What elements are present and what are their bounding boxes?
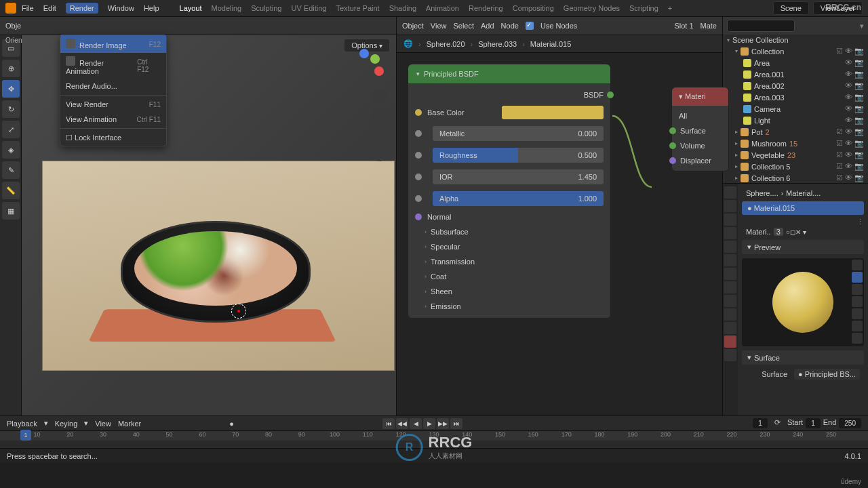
pan-icon[interactable] bbox=[372, 108, 387, 123]
tab-particles[interactable] bbox=[724, 281, 736, 293]
rotate-tool[interactable]: ↻ bbox=[2, 100, 20, 118]
mat-node-header[interactable]: ▾ Materi bbox=[672, 87, 728, 106]
tab-layout[interactable]: Layout bbox=[180, 4, 202, 12]
bsdf-output-socket[interactable] bbox=[607, 92, 614, 98]
preview-cloth-icon[interactable] bbox=[852, 321, 863, 331]
view-animation-item[interactable]: View AnimationCtrl F11 bbox=[60, 112, 166, 127]
ol-item[interactable]: Light👁 📷 bbox=[723, 115, 868, 126]
material-slot[interactable]: ● Material.015 bbox=[742, 201, 864, 215]
ol-item[interactable]: Camera👁 📷 bbox=[723, 103, 868, 115]
displace-socket[interactable] bbox=[669, 157, 676, 164]
tab-modeling[interactable]: Modeling bbox=[212, 4, 242, 12]
surface-header[interactable]: ▾ Surface bbox=[742, 350, 864, 365]
scene-selector[interactable]: Scene bbox=[773, 1, 809, 15]
ol-col-6[interactable]: ▸Collection 6☑ 👁 📷 bbox=[723, 172, 868, 183]
tab-material[interactable] bbox=[724, 336, 736, 348]
principled-bsdf-node[interactable]: ▾Principled BSDF BSDF Base Color Metalli… bbox=[408, 64, 611, 319]
grp-subsurface[interactable]: ›Subsurface bbox=[408, 224, 610, 239]
preview-header[interactable]: ▾ Preview bbox=[742, 240, 864, 254]
tab-compositing[interactable]: Compositing bbox=[513, 4, 554, 12]
volume-socket[interactable] bbox=[669, 142, 676, 149]
gizmo-y-icon[interactable] bbox=[370, 54, 380, 64]
ol-col-vegetable[interactable]: ▸Vegetable 23☑ 👁 📷 bbox=[723, 149, 868, 161]
metallic-socket[interactable] bbox=[415, 130, 422, 137]
menu-file[interactable]: File bbox=[22, 4, 34, 12]
tl-marker[interactable]: Marker bbox=[118, 420, 141, 428]
lock-interface-item[interactable]: ☐ Lock Interface bbox=[60, 130, 166, 146]
gizmo-z-icon[interactable] bbox=[359, 49, 369, 58]
jump-start-icon[interactable]: ⏮ bbox=[382, 418, 395, 429]
ol-col-pot[interactable]: ▸Pot 2☑ 👁 📷 bbox=[723, 126, 868, 138]
roughness-socket[interactable] bbox=[415, 152, 422, 159]
nt-add[interactable]: Add bbox=[481, 22, 494, 30]
tab-sculpting[interactable]: Sculpting bbox=[251, 4, 281, 12]
transform-tool[interactable]: ◈ bbox=[2, 141, 20, 159]
nt-view[interactable]: View bbox=[431, 22, 447, 30]
tab-viewlayer[interactable] bbox=[724, 214, 736, 226]
scale-tool[interactable]: ⤢ bbox=[2, 121, 20, 138]
preview-fluid-icon[interactable] bbox=[852, 333, 863, 344]
perspective-icon[interactable] bbox=[372, 146, 387, 161]
render-animation-item[interactable]: Render AnimationCtrl F12 bbox=[60, 53, 166, 79]
preview-flat-icon[interactable] bbox=[852, 260, 863, 270]
roughness-slider[interactable]: Roughness0.500 bbox=[433, 148, 604, 163]
keyframe-next-icon[interactable]: ▶▶ bbox=[437, 418, 449, 429]
tl-view[interactable]: View bbox=[95, 420, 111, 428]
measure-tool[interactable]: 📏 bbox=[2, 182, 20, 199]
grp-emission[interactable]: ›Emission bbox=[408, 299, 610, 314]
use-nodes-check[interactable] bbox=[526, 22, 534, 30]
tab-scripting[interactable]: Scripting bbox=[629, 4, 658, 12]
material-row[interactable]: Materi.. 3 ○◻✕ ▾ bbox=[742, 226, 864, 237]
start-frame[interactable]: 1 bbox=[806, 418, 821, 428]
ol-item[interactable]: Area.002👁 📷 bbox=[723, 80, 868, 92]
ol-collection[interactable]: ▾Collection☑ 👁 📷 bbox=[723, 45, 868, 57]
tab-texture[interactable]: Texture Paint bbox=[336, 4, 379, 12]
menu-edit[interactable]: Edit bbox=[43, 4, 56, 12]
tab-shading[interactable]: Shading bbox=[389, 4, 416, 12]
app-logo[interactable] bbox=[5, 3, 16, 14]
current-frame[interactable]: 1 bbox=[753, 418, 768, 428]
mode-select[interactable]: Obje bbox=[5, 22, 21, 30]
tl-playback[interactable]: Playback bbox=[7, 420, 37, 428]
base-color-swatch[interactable] bbox=[502, 106, 604, 119]
preview-hair-icon[interactable] bbox=[852, 296, 863, 307]
grp-sheen[interactable]: ›Sheen bbox=[408, 284, 610, 299]
tab-data[interactable] bbox=[724, 322, 736, 334]
play-icon[interactable]: ▶ bbox=[423, 418, 435, 429]
annotate-tool[interactable]: ✎ bbox=[2, 161, 20, 179]
surface-socket[interactable] bbox=[669, 127, 676, 134]
surface-prop[interactable]: Surface● Principled BS... bbox=[742, 367, 864, 381]
outliner-search[interactable] bbox=[727, 20, 795, 32]
tab-constraints[interactable] bbox=[724, 308, 736, 321]
menu-help[interactable]: Help bbox=[144, 4, 159, 12]
node-editor[interactable]: ▾Principled BSDF BSDF Base Color Metalli… bbox=[397, 53, 722, 415]
mat-all[interactable]: All bbox=[672, 108, 728, 123]
play-rev-icon[interactable]: ◀ bbox=[410, 418, 422, 429]
ol-item[interactable]: Area👁 📷 bbox=[723, 57, 868, 68]
metallic-slider[interactable]: Metallic0.000 bbox=[433, 126, 604, 141]
ol-item[interactable]: Area.001👁 📷 bbox=[723, 68, 868, 80]
keyframe-prev-icon[interactable]: ◀◀ bbox=[396, 418, 408, 429]
preview-shader-icon[interactable] bbox=[852, 308, 863, 319]
tl-keying[interactable]: Keying bbox=[55, 420, 78, 428]
material-output-node[interactable]: ▾ Materi All Surface Volume Displacer bbox=[671, 87, 729, 171]
tab-world[interactable] bbox=[724, 241, 736, 253]
tab-object[interactable] bbox=[724, 254, 736, 266]
ior-socket[interactable] bbox=[415, 174, 422, 180]
jump-end-icon[interactable]: ⏭ bbox=[450, 418, 462, 429]
ol-scene-collection[interactable]: ▾Scene Collection bbox=[723, 35, 868, 45]
preview-sphere-icon[interactable] bbox=[852, 272, 863, 283]
view-render-item[interactable]: View RenderF11 bbox=[60, 97, 166, 112]
base-color-socket[interactable] bbox=[415, 109, 422, 116]
bc-obj-b[interactable]: Sphere.033 bbox=[478, 40, 517, 48]
alpha-slider[interactable]: Alpha1.000 bbox=[433, 191, 604, 206]
tab-rendering[interactable]: Rendering bbox=[469, 4, 503, 12]
preview-cube-icon[interactable] bbox=[852, 284, 863, 295]
tab-scene[interactable] bbox=[724, 227, 736, 239]
cursor-tool[interactable]: ⊕ bbox=[2, 60, 20, 77]
grp-coat[interactable]: ›Coat bbox=[408, 269, 610, 284]
tab-render-props[interactable] bbox=[724, 186, 736, 199]
bc-mat[interactable]: Material.015 bbox=[530, 40, 572, 48]
tab-modifiers[interactable] bbox=[724, 268, 736, 280]
nav-gizmo[interactable] bbox=[349, 49, 384, 84]
